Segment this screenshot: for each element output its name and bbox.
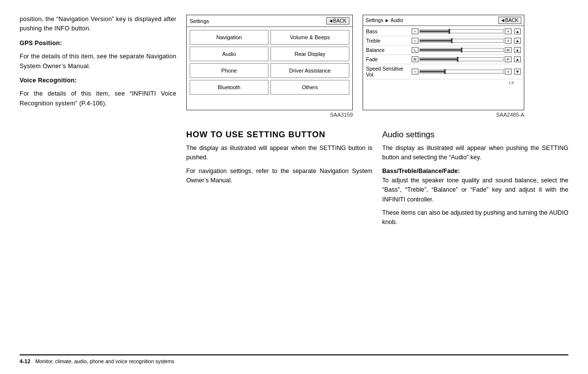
- intro-text: position, the “Navigation Version” key i…: [20, 15, 176, 34]
- ssv-plus-btn[interactable]: +: [505, 69, 512, 75]
- bass-up-btn[interactable]: ▲: [514, 28, 521, 34]
- settings-back-btn[interactable]: BACK: [326, 17, 349, 25]
- balance-up-btn[interactable]: ▲: [514, 47, 521, 53]
- fade-row: Fade R F: [365, 55, 522, 64]
- audio-page-indicator: 1/8: [363, 80, 524, 85]
- treble-side-controls: ▲: [514, 38, 521, 44]
- audio-text-section: Audio settings The display as illustrate…: [382, 127, 568, 231]
- footer: 4-12 Monitor, climate, audio, phone and …: [20, 354, 568, 364]
- voice-heading: Voice Recognition:: [20, 76, 176, 85]
- balance-label: Balance: [366, 47, 410, 53]
- how-to-para1: The display as illustrated will appear w…: [186, 144, 372, 163]
- menu-others[interactable]: Others: [270, 80, 349, 95]
- audio-rows: Bass − +: [363, 26, 524, 80]
- ssv-down-btn[interactable]: ▼: [514, 69, 521, 75]
- ssv-label: Speed Sensitive Vol.: [366, 66, 410, 77]
- bass-row: Bass − +: [365, 27, 522, 36]
- balance-l-btn[interactable]: L: [412, 47, 418, 53]
- treble-minus-btn[interactable]: −: [412, 38, 418, 44]
- right-area: Settings BACK Navigation Volume & Beeps …: [186, 15, 568, 354]
- main-content: position, the “Navigation Version” key i…: [20, 15, 568, 354]
- fade-up-btn[interactable]: ▲: [514, 56, 521, 62]
- audio-title: Settings ► Audio: [366, 18, 403, 23]
- menu-driver-assist[interactable]: Driver Assistance: [270, 63, 349, 78]
- menu-audio[interactable]: Audio: [190, 47, 269, 61]
- bass-plus-btn[interactable]: +: [505, 28, 512, 34]
- treble-plus-btn[interactable]: +: [505, 38, 512, 44]
- menu-bluetooth[interactable]: Bluetooth: [190, 80, 269, 95]
- balance-slider-group: L R: [412, 47, 512, 53]
- treble-label: Treble: [366, 38, 410, 44]
- bass-slider-group: − +: [412, 28, 512, 34]
- ssv-row: Speed Sensitive Vol. − +: [365, 64, 522, 79]
- footer-description: Monitor, climate, audio, phone and voice…: [35, 358, 174, 364]
- bass-minus-btn[interactable]: −: [412, 28, 418, 34]
- menu-navigation[interactable]: Navigation: [190, 30, 269, 45]
- treble-slider-group: − +: [412, 38, 512, 44]
- treble-up-btn[interactable]: ▲: [514, 38, 521, 44]
- bass-side-controls: ▲: [514, 28, 521, 34]
- how-to-section: HOW TO USE SETTING BUTTON The display as…: [186, 127, 372, 231]
- gps-text: For the details of this item, see the se…: [20, 52, 176, 71]
- left-column: position, the “Navigation Version” key i…: [20, 15, 186, 354]
- fade-slider-track[interactable]: [419, 57, 504, 61]
- settings-grid: Navigation Volume & Beeps Audio Rear Dis…: [187, 27, 352, 98]
- audio-text-para1: The display as illustrated will appear w…: [382, 144, 568, 163]
- audio-rows-container: Bass − +: [363, 26, 524, 85]
- menu-phone[interactable]: Phone: [190, 63, 269, 78]
- audio-back-label: BACK: [505, 18, 518, 23]
- audio-diagram-block: Settings ► Audio BACK Bass: [363, 15, 524, 123]
- balance-side-controls: ▲: [514, 47, 521, 53]
- fade-f-btn[interactable]: F: [505, 56, 512, 62]
- settings-screen: Settings BACK Navigation Volume & Beeps …: [186, 15, 353, 110]
- voice-text: For the details of this item, see “INFIN…: [20, 89, 176, 108]
- fade-slider-group: R F: [412, 56, 512, 62]
- audio-text-title: Audio settings: [382, 130, 568, 140]
- audio-back-btn[interactable]: BACK: [498, 17, 521, 24]
- bass-slider-track[interactable]: [419, 29, 504, 33]
- treble-slider-track[interactable]: [419, 39, 504, 43]
- menu-rear-display[interactable]: Rear Display: [270, 47, 349, 61]
- fade-label: Fade: [366, 56, 410, 62]
- treble-row: Treble − +: [365, 36, 522, 46]
- bass-label: Bass: [366, 28, 410, 34]
- audio-text-para2: To adjust the speaker tone quality and s…: [382, 176, 568, 204]
- fade-side-controls: ▲: [514, 56, 521, 62]
- fade-r-btn[interactable]: R: [412, 56, 418, 62]
- audio-text-para3: These items can also be adjusted by push…: [382, 208, 568, 227]
- settings-caption: SAA3159: [186, 112, 353, 118]
- ssv-minus-btn[interactable]: −: [412, 69, 418, 75]
- gps-heading: GPS Position:: [20, 39, 176, 48]
- balance-row: Balance L R: [365, 46, 522, 55]
- balance-slider-track[interactable]: [419, 48, 504, 52]
- how-to-title: HOW TO USE SETTING BUTTON: [186, 130, 372, 140]
- ssv-side-controls: ▼: [514, 69, 521, 75]
- audio-subheading: Bass/Treble/Balance/Fade:: [382, 168, 568, 175]
- how-to-para2: For navigation settings, refer to the se…: [186, 167, 372, 186]
- ssv-slider-track[interactable]: [419, 70, 504, 74]
- content-sections: HOW TO USE SETTING BUTTON The display as…: [186, 127, 568, 231]
- audio-screen: Settings ► Audio BACK Bass: [363, 15, 524, 110]
- footer-page-number: 4-12: [20, 358, 30, 364]
- settings-title: Settings: [190, 18, 209, 24]
- settings-screen-header: Settings BACK: [187, 15, 352, 27]
- page-container: position, the “Navigation Version” key i…: [0, 0, 588, 374]
- diagrams-row: Settings BACK Navigation Volume & Beeps …: [186, 15, 568, 123]
- audio-screen-header: Settings ► Audio BACK: [363, 15, 524, 26]
- balance-r-btn[interactable]: R: [505, 47, 512, 53]
- ssv-slider-group: − +: [412, 69, 512, 75]
- settings-back-label: BACK: [333, 18, 346, 24]
- menu-volume[interactable]: Volume & Beeps: [270, 30, 349, 45]
- audio-caption: SAA2485-A: [363, 112, 524, 118]
- settings-diagram-block: Settings BACK Navigation Volume & Beeps …: [186, 15, 353, 123]
